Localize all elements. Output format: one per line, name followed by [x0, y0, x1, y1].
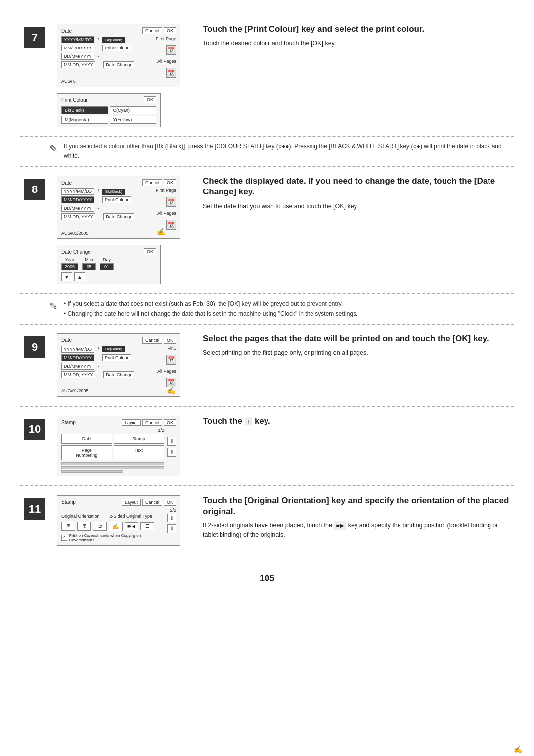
stamp11-checkbox[interactable]: ✓: [61, 535, 67, 541]
down-key-icon[interactable]: ↓: [245, 417, 253, 425]
layout-btn-11[interactable]: Layout: [122, 499, 141, 506]
note-8-icon: ✎: [49, 300, 58, 312]
cancel-btn-11[interactable]: Cancel: [142, 499, 162, 506]
day-val[interactable]: 01: [100, 263, 114, 270]
cancel-btn-9[interactable]: Cancel: [142, 337, 162, 344]
cancel-btn-10[interactable]: Cancel: [142, 419, 162, 426]
stamp-btn-10[interactable]: Stamp: [114, 434, 165, 444]
y-yellow-btn[interactable]: Y(Yellow): [110, 116, 157, 124]
colour-ok-btn[interactable]: OK: [144, 96, 156, 103]
text-btn-10[interactable]: Text: [114, 445, 165, 460]
page-container: 7 Date Cancel OK YYYY/MM: [20, 15, 514, 584]
binding-key-icon[interactable]: ■·▶: [334, 521, 346, 530]
field-mm2-8[interactable]: MM DD, YYYY: [61, 213, 95, 220]
ok-btn-9[interactable]: OK: [164, 337, 176, 344]
all-pages-icon-7[interactable]: 📆: [166, 68, 176, 78]
step-9-row: 9 Date Cancel OK YYYY/MM/DD / Bk(B: [20, 325, 514, 407]
field-mm2-9[interactable]: MM DD, YYYY: [61, 371, 95, 378]
stamp11-subtitles: Original Orientation 2-Sided Original Ty…: [61, 514, 165, 520]
field-mm-dd-yyyy2-7[interactable]: MM DD, YYYY: [61, 61, 95, 68]
orient-icon-1[interactable]: 🖹: [61, 522, 75, 531]
field-dd-mm-yyyy-7[interactable]: DD/MM/YYYY: [61, 53, 94, 60]
step-7-number: 7: [24, 27, 45, 48]
field-yyyy-8[interactable]: YYYY/MM/DD: [61, 188, 94, 195]
up-arrow-10[interactable]: ⇧: [167, 437, 176, 446]
down-arrow-11[interactable]: ⇩: [167, 524, 176, 533]
field-dd-8[interactable]: DD/MM/YYYY: [61, 205, 94, 212]
first-page-8: First Page: [156, 188, 176, 193]
orient-icon-2[interactable]: 🖺: [77, 522, 91, 531]
down-arrow-10[interactable]: ⇩: [167, 448, 176, 457]
date-change-9[interactable]: Date Change: [103, 371, 134, 378]
two-sided-label: 2-Sided Original Type: [110, 514, 152, 519]
print-colour-9[interactable]: Print Colour: [102, 354, 131, 361]
first-page-icon-9[interactable]: 📅: [166, 355, 176, 365]
step-9-desc: Select printing on the first page only, …: [203, 348, 514, 358]
bk-black-btn-7[interactable]: Bk(Black): [102, 37, 125, 43]
page-numbering-btn-10[interactable]: PageNumbering: [61, 445, 112, 460]
field-yyyy-mm-dd-7[interactable]: YYYY/MM/DD: [61, 36, 94, 43]
field-mm-dd-yyyy-7[interactable]: MM/DD/YYYY: [61, 45, 94, 51]
first-page-icon-8[interactable]: 📅: [166, 197, 176, 207]
stamp11-title: Stamp: [61, 499, 76, 505]
page-num-11: 2/2: [61, 508, 176, 513]
first-page-icon-7[interactable]: 📅: [166, 45, 176, 55]
ok-btn-11[interactable]: OK: [164, 499, 176, 506]
note-7: ✎ If you selected a colour other than [B…: [20, 137, 514, 167]
colour-popup-7: Print Colour OK Bk(Black) C(Cyan) M(Mage…: [57, 93, 161, 127]
step-11-number: 11: [24, 498, 45, 520]
note-7-text: If you selected a colour other than [Bk …: [64, 142, 514, 161]
orient-icon-3[interactable]: 🗂: [93, 522, 107, 531]
cancel-btn-7[interactable]: Cancel: [142, 27, 162, 34]
year-col: Year 2005: [61, 257, 78, 270]
step-7-title: Touch the [Print Colour] key and select …: [203, 24, 514, 35]
up-arrow-11[interactable]: ⇧: [167, 514, 176, 522]
orient-icon-6[interactable]: ☰: [140, 522, 154, 530]
mon-label: Mon: [85, 257, 93, 262]
day-col: Day 01: [100, 257, 114, 270]
field-yyyy-9[interactable]: YYYY/MM/DD: [61, 346, 94, 353]
cancel-btn-8[interactable]: Cancel: [142, 179, 162, 186]
mon-col: Mon 08: [82, 257, 96, 270]
date-change-7[interactable]: Date Change: [103, 61, 134, 68]
orient-icon-5[interactable]: ■•◀: [125, 522, 138, 530]
step-8-number: 8: [24, 179, 45, 200]
ok-btn-10[interactable]: OK: [164, 419, 176, 426]
stamp11-checkbox-label: Print on Covers/Inserts when Copying on …: [69, 533, 165, 542]
note-7-icon: ✎: [49, 143, 58, 155]
all-pages-icon-8[interactable]: 📆: [166, 220, 176, 230]
print-colour-7[interactable]: Print Colour: [102, 45, 131, 51]
bk-black-colour-btn[interactable]: Bk(Black): [61, 106, 108, 114]
print-colour-8[interactable]: Print Colour: [102, 196, 131, 203]
ok-btn-7[interactable]: OK: [164, 27, 176, 34]
ok-btn-8[interactable]: OK: [164, 179, 176, 186]
bk-black-btn-9[interactable]: Bk(Black): [102, 346, 125, 352]
date-change-8[interactable]: Date Change: [103, 213, 134, 220]
layout-btn-10[interactable]: Layout: [122, 419, 141, 426]
orient-icon-4[interactable]: ✍: [109, 522, 123, 531]
field-dd-9[interactable]: DD/MM/YYYY: [61, 363, 94, 370]
stamp-btn-grid-10: Date Stamp PageNumbering Text: [61, 434, 164, 460]
cursor-8: ✍: [157, 228, 165, 236]
step-8-number-col: 8: [20, 176, 49, 200]
field-mm-8[interactable]: MM/DD/YYYY: [61, 196, 94, 203]
page-number: 105: [20, 568, 514, 584]
up-arrow-btn[interactable]: ▲: [74, 272, 85, 281]
cursor-9: ✍: [167, 386, 175, 394]
c-cyan-btn[interactable]: C(Cyan): [110, 106, 157, 114]
all-pages-icon-9[interactable]: 📆: [166, 378, 176, 387]
step-7-number-col: 7: [20, 24, 49, 48]
down-arrow-btn[interactable]: ▼: [61, 272, 72, 281]
step-7-desc: Touch the desired colour and touch the […: [203, 39, 514, 48]
date-change-ok-btn[interactable]: OK: [144, 248, 156, 255]
bk-black-btn-8[interactable]: Bk(Black): [102, 189, 125, 195]
step-11-left: Stamp Layout Cancel OK 2/2 Original Orie…: [49, 495, 188, 546]
mon-val[interactable]: 08: [82, 263, 96, 270]
field-mm-9[interactable]: MM/DD/YYYY: [61, 354, 94, 361]
year-val[interactable]: 2005: [61, 263, 78, 270]
m-magenta-btn[interactable]: M(Magenta): [61, 116, 108, 124]
date-btn-10[interactable]: Date: [61, 434, 112, 444]
date-change-popup-title: Date Change: [61, 249, 90, 255]
year-label: Year: [65, 257, 74, 262]
step-7-ui-mockup: Date Cancel OK YYYY/MM/DD / Bk(Black): [57, 24, 180, 87]
